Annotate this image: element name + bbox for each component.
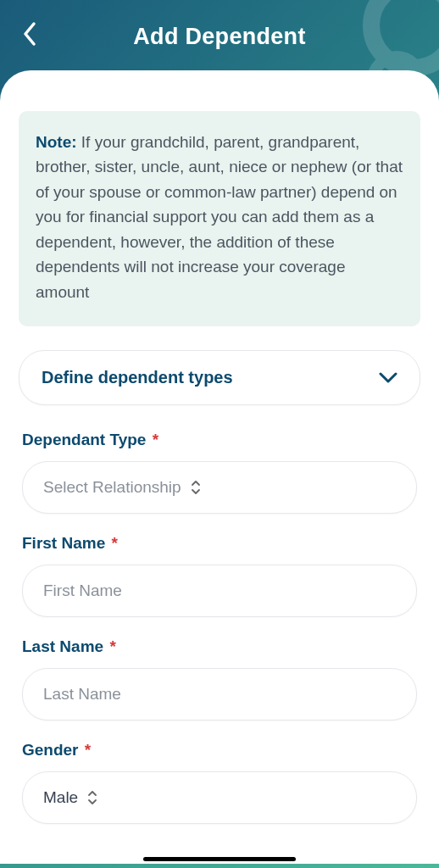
first-name-field: First Name * [19,534,420,617]
dependant-type-field: Dependant Type * Select Relationship [19,431,420,514]
note-box: Note: If your grandchild, parent, grandp… [19,111,420,326]
home-indicator[interactable] [143,857,296,861]
updown-icon [86,790,98,805]
dependant-type-label: Dependant Type * [22,431,417,449]
gender-select[interactable]: Male [22,771,417,824]
last-name-label: Last Name * [22,637,417,656]
dependant-type-placeholder: Select Relationship [43,478,181,497]
gender-value: Male [43,788,78,807]
expand-label: Define dependent types [42,368,233,387]
chevron-down-icon [379,372,397,384]
last-name-input-wrap [22,668,417,721]
note-text: If your grandchild, parent, grandparent,… [36,133,403,301]
first-name-input-wrap [22,565,417,617]
back-button[interactable] [22,21,37,50]
content-card: Note: If your grandchild, parent, grandp… [0,70,439,864]
chevron-left-icon [22,21,37,47]
last-name-field: Last Name * [19,637,420,721]
first-name-label: First Name * [22,534,417,553]
first-name-input[interactable] [43,581,396,600]
gender-label: Gender * [22,741,417,760]
define-dependent-types-toggle[interactable]: Define dependent types [19,350,420,405]
updown-icon [190,480,202,495]
gender-field: Gender * Male [19,741,420,824]
header: Add Dependent [0,0,439,70]
page-title: Add Dependent [15,24,424,50]
last-name-input[interactable] [43,685,396,704]
dependant-type-select[interactable]: Select Relationship [22,461,417,514]
note-label: Note: [36,133,77,151]
